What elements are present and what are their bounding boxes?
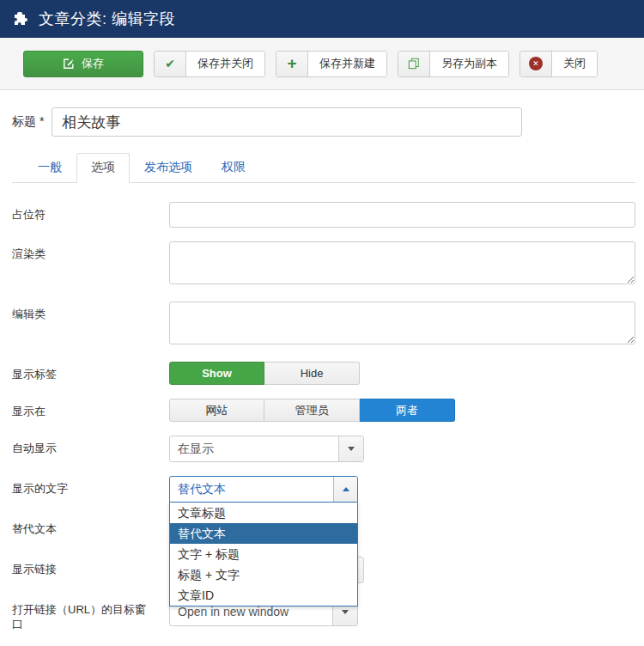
show-on-option-admin[interactable]: 管理员 bbox=[264, 399, 360, 422]
display-text-label: 显示的文字 bbox=[12, 476, 169, 503]
display-text-value: 替代文本 bbox=[170, 477, 333, 502]
pencil-square-icon bbox=[63, 58, 75, 70]
render-class-label: 渲染类 bbox=[12, 241, 169, 288]
title-field-label: 标题 * bbox=[12, 114, 44, 130]
page-title: 文章分类: 编辑字段 bbox=[39, 9, 175, 29]
edit-class-textarea[interactable] bbox=[169, 302, 635, 344]
save-button-label: 保存 bbox=[82, 56, 104, 71]
placeholder-input[interactable] bbox=[169, 202, 635, 228]
link-target-label: 打开链接（URL）的目标窗口 bbox=[12, 597, 169, 631]
show-on-row: 显示在 网站 管理员 两者 bbox=[12, 399, 635, 422]
dropdown-option-title-text[interactable]: 标题 + 文字 bbox=[170, 564, 357, 585]
show-on-option-site[interactable]: 网站 bbox=[169, 399, 264, 422]
dropdown-option-alt-text[interactable]: 替代文本 bbox=[170, 523, 357, 544]
tab-general[interactable]: 一般 bbox=[23, 153, 76, 183]
save-close-label: 保存并关闭 bbox=[186, 52, 264, 76]
auto-display-value: 在显示 bbox=[170, 436, 338, 461]
auto-display-caret-button[interactable] bbox=[338, 436, 363, 461]
chevron-up-icon bbox=[343, 487, 349, 491]
edit-class-label: 编辑类 bbox=[12, 302, 169, 348]
close-button-label: 关闭 bbox=[552, 52, 597, 76]
save-new-button[interactable]: + 保存并新建 bbox=[276, 51, 387, 77]
options-form: 占位符 渲染类 编辑类 显示标签 Show Hide bbox=[12, 183, 635, 631]
auto-display-select[interactable]: 在显示 bbox=[169, 436, 364, 462]
title-input[interactable] bbox=[52, 107, 522, 137]
placeholder-row: 占位符 bbox=[12, 202, 635, 228]
close-icon: ✕ bbox=[529, 57, 543, 70]
tab-publishing[interactable]: 发布选项 bbox=[130, 153, 207, 183]
show-label-label: 显示标签 bbox=[12, 362, 169, 385]
chevron-down-icon bbox=[342, 610, 349, 614]
content: 标题 * 一般 选项 发布选项 权限 占位符 渲染类 编辑类 bbox=[0, 90, 644, 631]
plus-icon: + bbox=[287, 55, 296, 71]
check-icon: ✔ bbox=[165, 57, 175, 70]
show-on-option-both[interactable]: 两者 bbox=[360, 399, 455, 422]
close-button[interactable]: ✕ 关闭 bbox=[519, 51, 598, 77]
dropdown-option-article-id[interactable]: 文章ID bbox=[170, 585, 357, 606]
render-class-row: 渲染类 bbox=[12, 241, 635, 288]
display-text-caret-button[interactable] bbox=[333, 477, 357, 502]
display-text-select-open: 替代文本 文章标题 替代文本 文字 + 标题 标题 + 文字 文章ID bbox=[169, 476, 358, 503]
show-label-row: 显示标签 Show Hide bbox=[12, 362, 635, 385]
display-text-select[interactable]: 替代文本 bbox=[169, 476, 358, 503]
tab-options[interactable]: 选项 bbox=[76, 153, 130, 183]
show-label-toggle: Show Hide bbox=[169, 362, 360, 385]
save-button[interactable]: 保存 bbox=[23, 51, 143, 77]
toolbar: 保存 ✔ 保存并关闭 + 保存并新建 另存为副本 ✕ 关闭 bbox=[0, 38, 644, 90]
copy-icon bbox=[408, 58, 420, 70]
display-text-dropdown: 文章标题 替代文本 文字 + 标题 标题 + 文字 文章ID bbox=[169, 503, 358, 606]
show-on-label: 显示在 bbox=[12, 399, 169, 422]
puzzle-icon bbox=[12, 10, 29, 27]
render-class-textarea[interactable] bbox=[169, 241, 635, 284]
show-label-option-show[interactable]: Show bbox=[169, 362, 264, 385]
show-on-toggle: 网站 管理员 两者 bbox=[169, 399, 455, 422]
auto-display-label: 自动显示 bbox=[12, 436, 169, 462]
save-copy-button[interactable]: 另存为副本 bbox=[398, 51, 509, 77]
auto-display-row: 自动显示 在显示 bbox=[12, 436, 635, 462]
tab-bar: 一般 选项 发布选项 权限 bbox=[12, 153, 635, 183]
dropdown-option-article-title[interactable]: 文章标题 bbox=[170, 503, 357, 523]
tab-permissions[interactable]: 权限 bbox=[207, 153, 260, 183]
title-field-row: 标题 * bbox=[12, 107, 635, 137]
save-new-label: 保存并新建 bbox=[308, 52, 386, 76]
edit-class-row: 编辑类 bbox=[12, 302, 635, 348]
save-close-button[interactable]: ✔ 保存并关闭 bbox=[154, 51, 265, 77]
dropdown-option-text-title[interactable]: 文字 + 标题 bbox=[170, 544, 357, 564]
alt-text-label: 替代文本 bbox=[12, 516, 169, 543]
display-text-row: 显示的文字 替代文本 文章标题 替代文本 文字 + 标题 标题 + 文字 文 bbox=[12, 476, 635, 503]
show-link-label: 显示链接 bbox=[12, 557, 169, 583]
show-label-option-hide[interactable]: Hide bbox=[264, 362, 360, 385]
placeholder-label: 占位符 bbox=[12, 202, 169, 228]
save-copy-label: 另存为副本 bbox=[430, 52, 508, 76]
chevron-down-icon bbox=[348, 447, 355, 451]
app-header: 文章分类: 编辑字段 bbox=[0, 0, 644, 38]
